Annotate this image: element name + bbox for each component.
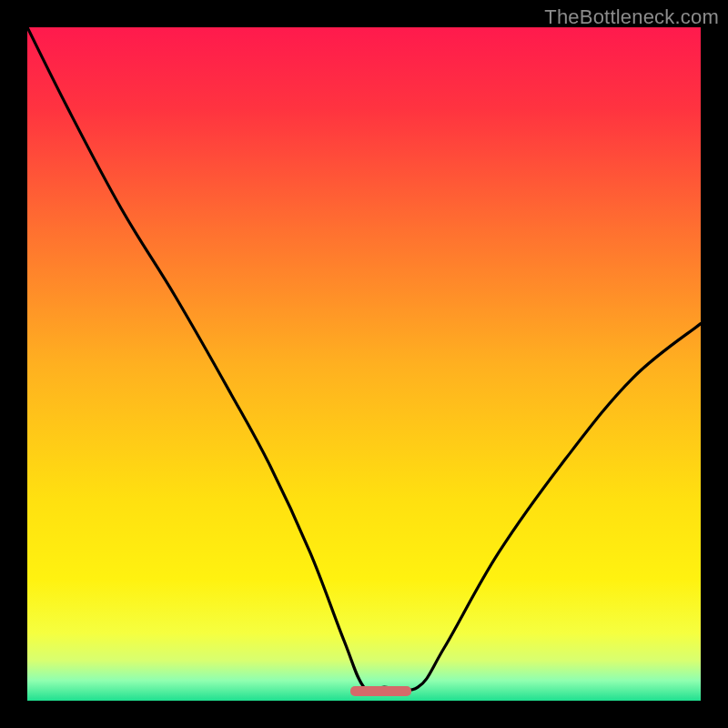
plot-area — [27, 27, 701, 701]
optimal-range-marker — [350, 686, 411, 696]
bottleneck-curve — [27, 27, 701, 701]
watermark-text: TheBottleneck.com — [544, 5, 719, 29]
chart-frame: TheBottleneck.com — [0, 0, 728, 728]
